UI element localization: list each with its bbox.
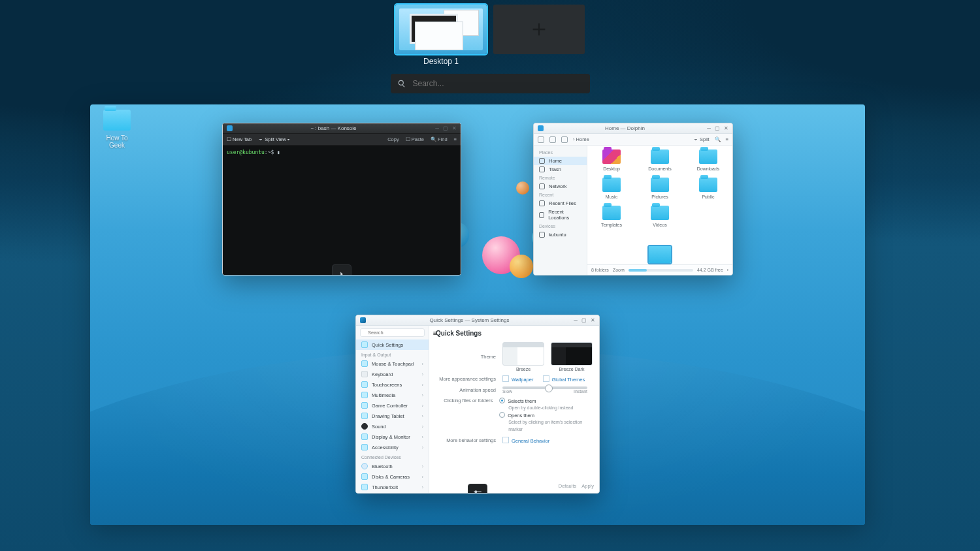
close-button[interactable]: ✕ <box>723 126 728 131</box>
theme-label: Theme <box>436 354 496 360</box>
hamburger-button[interactable]: ≡ <box>454 136 457 142</box>
apply-button[interactable]: Apply <box>581 483 594 489</box>
split-button[interactable]: ⫟ Split <box>693 136 710 142</box>
close-button[interactable]: ✕ <box>590 318 595 323</box>
overview-search[interactable] <box>391 74 590 93</box>
sidebar-item-device[interactable]: kubuntu <box>534 230 587 239</box>
dolphin-file-grid[interactable]: DesktopDocumentsDownloadsMusicPicturesPu… <box>587 146 732 275</box>
folder-label: Public <box>689 195 727 199</box>
sidebar-item-sound[interactable]: Sound› <box>356 421 429 432</box>
folder-documents[interactable]: Documents <box>641 150 679 171</box>
animation-speed-label: Animation speed <box>436 387 496 393</box>
focus-window-icon[interactable] <box>468 484 487 494</box>
sidebar-item-accessibility[interactable]: Accessibility› <box>356 442 429 452</box>
radio-selects[interactable] <box>499 398 505 403</box>
folder-downloads[interactable]: Downloads <box>689 150 727 171</box>
folder-pictures[interactable]: Pictures <box>641 178 679 199</box>
maximize-button[interactable]: ▢ <box>443 126 448 131</box>
sidebar-item-drawing-tablet[interactable]: Drawing Tablet› <box>356 411 429 421</box>
chevron-right-icon[interactable]: › <box>727 268 728 272</box>
minimize-button[interactable]: ─ <box>573 318 578 323</box>
settings-search-input[interactable] <box>367 329 431 336</box>
maximize-button[interactable]: ▢ <box>715 126 720 131</box>
sidebar-item-touchscreens[interactable]: Touchscreens› <box>356 379 429 390</box>
konsole-terminal[interactable]: user@kubuntu:~$ ▮ <box>223 146 461 275</box>
folder-music[interactable]: Music <box>593 178 630 199</box>
sidebar-item-label: Mouse & Touchpad <box>372 361 414 367</box>
chevron-right-icon: › <box>422 361 424 367</box>
radio-opens[interactable] <box>499 412 505 418</box>
folder-label: Music <box>593 195 630 199</box>
folder-templates[interactable]: Templates <box>593 206 630 227</box>
view-icon[interactable] <box>561 136 568 143</box>
sidebar-item-mouse-touchpad[interactable]: Mouse & Touchpad› <box>356 358 429 369</box>
sidebar-item-recent-locations[interactable]: Recent Locations <box>534 208 587 222</box>
desktop-overview[interactable]: How To Geek ~ : bash — Konsole ─ ▢ ✕ ☐ N… <box>90 104 865 525</box>
window-system-settings[interactable]: Quick Settings — System Settings ─ ▢ ✕ ≡… <box>355 315 600 494</box>
overview-search-input[interactable] <box>412 78 583 89</box>
sidebar-item-game-controller[interactable]: Game Controller› <box>356 400 429 411</box>
theme-option-breeze[interactable]: Breeze <box>502 342 544 371</box>
virtual-desktop-1-label: Desktop 1 <box>395 57 487 66</box>
forward-icon[interactable] <box>549 136 556 143</box>
status-zoom-label: Zoom <box>613 268 625 272</box>
link-general-behavior[interactable]: General Behavior <box>502 437 549 444</box>
folder-label: Pictures <box>641 195 679 199</box>
dragged-folder-icon <box>649 246 671 263</box>
split-view-button[interactable]: ⫟ Split View ▾ <box>258 136 290 142</box>
add-desktop-button[interactable] <box>493 5 585 54</box>
folder-icon <box>602 150 621 164</box>
sidebar-item-disks-cameras[interactable]: Disks & Cameras› <box>356 471 429 482</box>
sidebar-item-keyboard[interactable]: Keyboard› <box>356 369 429 379</box>
sidebar-item-kde-connect[interactable]: KDE Connect› <box>356 492 429 493</box>
category-icon <box>361 381 368 388</box>
find-button[interactable]: 🔍 Find <box>431 136 448 142</box>
sidebar-item-label: Sound <box>372 424 386 430</box>
link-global-themes[interactable]: Global Themes <box>543 375 585 383</box>
minimize-button[interactable]: ─ <box>706 126 711 131</box>
dolphin-app-icon <box>538 125 544 131</box>
desktop-folder-icon[interactable]: How To Geek <box>98 110 136 149</box>
paste-button[interactable]: ☐ Paste <box>406 136 424 142</box>
animation-speed-slider[interactable] <box>502 386 587 389</box>
back-icon[interactable] <box>538 136 544 143</box>
folder-public[interactable]: Public <box>689 178 727 199</box>
category-icon <box>361 444 368 450</box>
sidebar-item-network[interactable]: Network <box>534 182 587 191</box>
zoom-slider[interactable] <box>629 269 693 272</box>
folder-desktop[interactable]: Desktop <box>593 150 630 171</box>
breadcrumb[interactable]: › Home <box>573 136 589 142</box>
sidebar-item-bluetooth[interactable]: Bluetooth› <box>356 461 429 471</box>
theme-option-breeze-dark[interactable]: Breeze Dark <box>551 342 593 371</box>
settings-search[interactable]: ≡ <box>360 328 425 337</box>
sidebar-item-trash[interactable]: Trash <box>534 165 587 174</box>
sidebar-item-home[interactable]: Home <box>534 157 587 165</box>
copy-button[interactable]: Copy <box>387 136 399 142</box>
window-dolphin[interactable]: Home — Dolphin ─ ▢ ✕ › Home ⫟ Split 🔍 ≡ … <box>533 123 733 276</box>
sidebar-item-thunderbolt[interactable]: Thunderbolt› <box>356 482 429 492</box>
folder-icon <box>602 178 621 192</box>
sidebar-item-label: Keyboard <box>372 371 393 377</box>
sidebar-item-quick-settings[interactable]: Quick Settings <box>356 339 429 350</box>
new-tab-button[interactable]: ☐ New Tab <box>227 136 252 142</box>
defaults-button[interactable]: Defaults <box>559 483 577 489</box>
close-button[interactable]: ✕ <box>451 126 457 131</box>
virtual-desktop-1[interactable] <box>395 5 487 54</box>
link-wallpaper[interactable]: Wallpaper <box>502 375 534 383</box>
maximize-button[interactable]: ▢ <box>581 318 587 323</box>
sidebar-item-recent-files[interactable]: Recent Files <box>534 199 587 208</box>
chevron-right-icon: › <box>422 474 424 480</box>
hamburger-button[interactable]: ≡ <box>726 136 728 142</box>
radio-selects-sub: Open by double-clicking instead <box>508 405 593 412</box>
category-icon <box>361 484 368 490</box>
window-konsole[interactable]: ~ : bash — Konsole ─ ▢ ✕ ☐ New Tab ⫟ Spl… <box>222 123 461 276</box>
focus-window-icon[interactable] <box>332 264 351 276</box>
category-icon <box>361 360 368 367</box>
sidebar-heading-io: Input & Output <box>356 350 429 358</box>
folder-videos[interactable]: Videos <box>641 206 679 227</box>
minimize-button[interactable]: ─ <box>434 126 440 131</box>
plus-icon <box>530 20 548 39</box>
sidebar-item-display-monitor[interactable]: Display & Monitor› <box>356 432 429 442</box>
sidebar-item-multimedia[interactable]: Multimedia› <box>356 390 429 400</box>
search-icon[interactable]: 🔍 <box>715 136 721 142</box>
